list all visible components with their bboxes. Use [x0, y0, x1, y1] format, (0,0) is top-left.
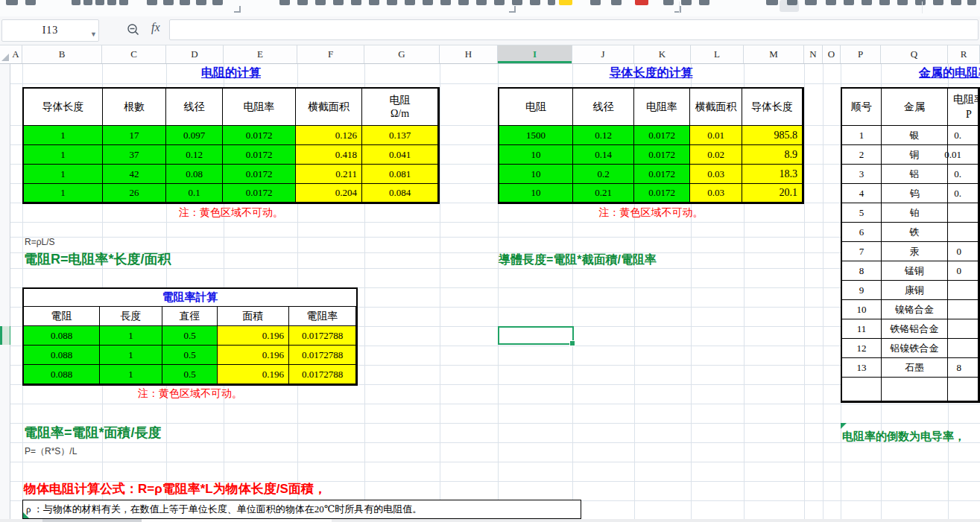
cell[interactable]: 1: [24, 165, 103, 184]
toolbar-icon-fragment[interactable]: [297, 0, 308, 5]
toolbar-icon-fragment[interactable]: [548, 0, 555, 5]
cell[interactable]: 1: [100, 346, 162, 365]
cell[interactable]: 1: [24, 145, 103, 165]
resistivity-formula-small[interactable]: P=（R*S）/L: [25, 445, 77, 458]
header-cell[interactable]: 電阻率: [289, 307, 356, 326]
select-all-corner[interactable]: [1, 54, 9, 61]
cell[interactable]: 0.088: [24, 365, 100, 384]
cell[interactable]: 0.097: [166, 126, 223, 145]
cell[interactable]: 0.137: [362, 126, 438, 145]
cell[interactable]: 6: [842, 223, 882, 242]
cell[interactable]: 0.5: [162, 346, 218, 365]
cell[interactable]: 0.0172: [634, 184, 690, 203]
cell[interactable]: 0.: [948, 165, 979, 184]
cell[interactable]: 4: [842, 184, 882, 203]
cell[interactable]: 铂: [882, 203, 948, 223]
header-cell[interactable]: 导体长度: [24, 89, 103, 126]
toolbar-icon-fragment[interactable]: [844, 0, 854, 5]
cell[interactable]: 42: [103, 165, 166, 184]
cell[interactable]: 2: [842, 145, 882, 165]
toolbar-icon-fragment[interactable]: [25, 0, 36, 5]
conductivity-note-text[interactable]: 电阻率的倒数为电导率，: [842, 430, 965, 444]
cell[interactable]: 0: [948, 261, 979, 281]
cell[interactable]: 0.0172: [223, 165, 296, 184]
cell[interactable]: 银: [882, 126, 948, 145]
cell[interactable]: 37: [103, 145, 166, 165]
cell[interactable]: 汞: [882, 242, 948, 261]
toolbar-icon-fragment[interactable]: [476, 0, 487, 5]
column-header-N[interactable]: N: [804, 45, 823, 63]
cell[interactable]: 0.084: [362, 184, 438, 203]
cell[interactable]: 0.0172788: [289, 326, 356, 346]
toolbar-icon-fragment[interactable]: [351, 0, 361, 5]
cell[interactable]: 1: [100, 365, 162, 384]
toolbar-icon-fragment[interactable]: [699, 0, 709, 5]
toolbar-icon-fragment[interactable]: [458, 0, 469, 5]
toolbar-icon-fragment[interactable]: [107, 0, 116, 5]
toolbar-icon-fragment[interactable]: [147, 0, 157, 5]
column-header-I[interactable]: I: [498, 45, 572, 63]
formula-input[interactable]: [169, 19, 979, 40]
toolbar-icon-fragment[interactable]: [611, 0, 622, 5]
cell[interactable]: 26: [103, 184, 166, 203]
cell[interactable]: 0.03: [690, 165, 742, 184]
header-cell[interactable]: 金属: [882, 89, 948, 126]
toolbar-icon-fragment[interactable]: [787, 0, 797, 5]
cell[interactable]: 0.088: [24, 326, 100, 346]
cell[interactable]: 17: [103, 126, 166, 145]
cell[interactable]: 0.0172: [223, 145, 296, 165]
sheet-tab-active-partial[interactable]: [142, 519, 332, 522]
metals-table-title[interactable]: 金属的电阻率: [919, 66, 980, 81]
toolbar-icon-fragment[interactable]: [180, 0, 190, 5]
selected-cell[interactable]: [498, 326, 574, 345]
column-header-H[interactable]: H: [440, 45, 498, 63]
resistivity-table-note[interactable]: 注：黄色区域不可动。: [22, 387, 358, 401]
toolbar-icon-fragment[interactable]: [163, 0, 174, 5]
cell[interactable]: 9: [842, 281, 882, 300]
cell[interactable]: 0.0172: [223, 126, 296, 145]
cell[interactable]: 0.02: [690, 145, 742, 165]
toolbar-icon-fragment[interactable]: [6, 0, 18, 5]
column-header-E[interactable]: E: [224, 45, 297, 63]
resistivity-table-title[interactable]: 電阻率計算: [24, 289, 356, 307]
cell[interactable]: 0.21: [573, 184, 634, 203]
rho-definition-cell[interactable]: ρ ：与物体的材料有关，在数值上等于单位长度、单位面积的物体在20℃时所具有的电…: [22, 500, 581, 519]
cell[interactable]: 0.5: [162, 365, 218, 384]
cell[interactable]: [842, 378, 882, 401]
cell[interactable]: 0.0172: [634, 165, 690, 184]
header-cell[interactable]: 电阻率P: [948, 89, 979, 126]
cell[interactable]: 0.: [948, 184, 979, 203]
cell[interactable]: [948, 300, 979, 319]
toolbar-icon-fragment[interactable]: [933, 0, 943, 5]
cell[interactable]: 0.204: [296, 184, 362, 203]
cell[interactable]: 0.01: [948, 145, 979, 165]
cell[interactable]: 0.01: [690, 126, 742, 145]
cell[interactable]: 0.12: [166, 145, 223, 165]
cell[interactable]: [948, 319, 979, 339]
cell[interactable]: 0.1: [166, 184, 223, 203]
column-header-K[interactable]: K: [634, 45, 691, 63]
cell[interactable]: 0.041: [362, 145, 438, 165]
toolbar-icon-fragment[interactable]: [559, 0, 572, 5]
column-header-P[interactable]: P: [841, 45, 881, 63]
cell[interactable]: 铝镍铁合金: [882, 339, 948, 358]
header-cell[interactable]: 线径: [573, 89, 634, 126]
cell[interactable]: 1: [100, 326, 162, 346]
header-cell[interactable]: 线径: [166, 89, 223, 126]
length-table-note[interactable]: 注：黄色区域不可动。: [498, 206, 804, 220]
column-header-D[interactable]: D: [166, 45, 224, 63]
cell[interactable]: 0.: [948, 126, 979, 145]
toolbar-icon-fragment[interactable]: [879, 0, 890, 5]
zoom-out-icon[interactable]: [127, 23, 140, 36]
header-cell[interactable]: 电阻: [499, 89, 573, 126]
object-resistance-formula-text[interactable]: 物体电阻计算公式：R=ρ電阻率*L为物体长度/S面積，: [24, 480, 326, 497]
cell[interactable]: 8: [842, 261, 882, 281]
cell[interactable]: 0.196: [218, 365, 289, 384]
length-formula-text[interactable]: 導體長度=電阻*截面積/電阻率: [499, 252, 657, 268]
toolbar-icon-fragment[interactable]: [635, 0, 648, 5]
resistivity-formula-text[interactable]: 電阻率=電阻*面積/長度: [24, 424, 162, 442]
toolbar-icon-fragment[interactable]: [494, 0, 505, 5]
cell[interactable]: 10: [499, 145, 573, 165]
toolbar-icon-fragment[interactable]: [951, 0, 961, 5]
toolbar-icon-fragment[interactable]: [897, 0, 908, 5]
